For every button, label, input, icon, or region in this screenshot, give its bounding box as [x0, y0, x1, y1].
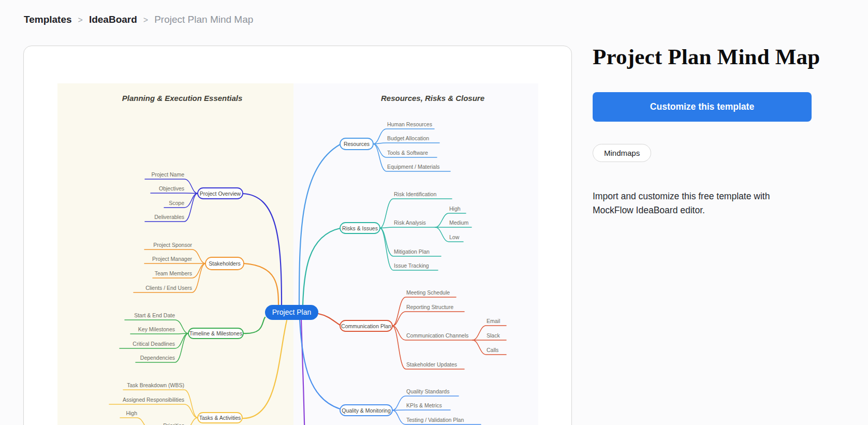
- mindmap-item-label: Issue Tracking: [394, 262, 429, 269]
- mindmap-subitem-label: Email: [487, 318, 500, 324]
- mindmap-branch-node-label: Risks & Issues: [342, 225, 378, 231]
- mindmap-branch-node-label: Stakeholders: [209, 260, 240, 267]
- mindmap-item-label: Human Resources: [387, 121, 432, 127]
- mindmap-subitem-label: Slack: [487, 332, 500, 339]
- breadcrumb-ideaboard[interactable]: IdeaBoard: [89, 14, 137, 25]
- category-tag-mindmaps[interactable]: Mindmaps: [593, 144, 651, 162]
- mindmap-item-label: Task Breakdown (WBS): [127, 382, 184, 388]
- mindmap-item-label: Stakeholder Updates: [406, 361, 457, 368]
- mindmap-item-label: Mitigation Plan: [394, 248, 430, 255]
- mindmap-subitem-label: High: [126, 410, 137, 416]
- breadcrumb: Templates > IdeaBoard > Project Plan Min…: [24, 14, 253, 25]
- breadcrumb-current-page: Project Plan Mind Map: [154, 14, 253, 25]
- mindmap-item-label: Team Members: [155, 270, 192, 276]
- mindmap-item-label: Budget Allocation: [387, 135, 429, 141]
- mindmap-item-label: Risk Analysis: [394, 219, 426, 226]
- mindmap-branch-node-label: Resources: [344, 141, 370, 147]
- mindmap-branch-node-label: Quality & Monitoring: [342, 407, 391, 414]
- mindmap-item-label: Scope: [169, 200, 184, 206]
- mindmap-item-label: Start & End Date: [134, 312, 175, 318]
- mindmap-item-label: Critical Deadlines: [133, 341, 175, 347]
- mindmap-item-label: Project Name: [151, 171, 184, 178]
- mindmap-item-label: Project Sponsor: [153, 242, 192, 248]
- chevron-right-icon: >: [78, 16, 83, 25]
- mindmap-left-section: [57, 83, 293, 425]
- mindmap-item-label: Priorities: [163, 422, 184, 425]
- mindmap-left-header: Planning & Execution Essentials: [122, 94, 243, 102]
- mindmap-item-label: KPIs & Metrics: [406, 402, 442, 408]
- mindmap-branch-node-label: Timeline & Milestones: [189, 330, 242, 336]
- mindmap-item-label: Equipment / Materials: [387, 164, 440, 170]
- chevron-right-icon: >: [143, 16, 148, 25]
- mindmap-item-label: Assigned Responsibilities: [123, 397, 184, 403]
- mindmap-item-line: [151, 193, 198, 194]
- mindmap-item-label: Communication Channels: [406, 332, 468, 339]
- template-info-panel: Project Plan Mind Map Customize this tem…: [593, 45, 812, 227]
- mindmap-item-label: Quality Standards: [406, 388, 449, 394]
- mindmap-preview: Planning & Execution EssentialsResources…: [57, 83, 538, 425]
- mindmap-item-label: Meeting Schedule: [406, 289, 450, 296]
- mindmap-subitem-label: Calls: [487, 347, 498, 353]
- mindmap-item-label: Reporting Structure: [406, 304, 453, 310]
- mindmap-branch-node-label: Tasks & Activities: [199, 415, 241, 421]
- mindmap-item-label: Risk Identification: [394, 191, 436, 197]
- mindmap-item-label: Objectives: [159, 185, 184, 192]
- mindmap-item-label: Tools & Software: [387, 150, 428, 156]
- mindmap-item-label: Clients / End Users: [145, 285, 192, 291]
- template-preview-card: Planning & Execution EssentialsResources…: [23, 46, 572, 425]
- page-title: Project Plan Mind Map: [593, 45, 812, 69]
- mindmap-item-line: [392, 410, 450, 411]
- mindmap-item-label: Project Manager: [152, 256, 193, 262]
- mindmap-item-label: Deliverables: [154, 214, 184, 220]
- mindmap-subitem-label: Medium: [449, 219, 469, 226]
- mindmap-subitem-label: High: [449, 206, 461, 212]
- mindmap-right-header: Resources, Risks & Closure: [381, 94, 484, 102]
- template-description: Import and customize this free template …: [593, 189, 811, 217]
- mindmap-subitem-label: Low: [449, 234, 460, 240]
- customize-template-button[interactable]: Customize this template: [593, 92, 812, 122]
- breadcrumb-templates[interactable]: Templates: [24, 14, 72, 25]
- mindmap-branch-node-label: Project Overview: [200, 190, 241, 197]
- mindmap-item-label: Testing / Validation Plan: [406, 417, 464, 423]
- mindmap-item-label: Dependencies: [140, 355, 175, 361]
- mindmap-center-node-label: Project Plan: [272, 308, 311, 316]
- mindmap-branch-node-label: Communication Plan: [341, 323, 391, 329]
- mindmap-item-label: Key Milestones: [138, 326, 175, 332]
